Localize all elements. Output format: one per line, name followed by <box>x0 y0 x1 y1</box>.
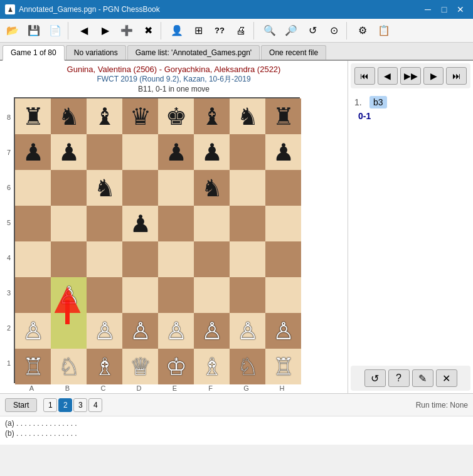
back-button[interactable]: ◀ <box>74 21 94 40</box>
square-d8[interactable]: ♛ <box>122 98 158 134</box>
print-button[interactable]: 🖨 <box>231 21 251 40</box>
square-h5[interactable] <box>265 206 301 241</box>
square-b5[interactable] <box>51 206 87 241</box>
rotate-board-button[interactable]: ↺ <box>364 369 386 387</box>
refresh-button[interactable]: ↺ <box>302 21 322 40</box>
nav-prev-button[interactable]: ◀ <box>378 67 398 85</box>
square-e1[interactable]: ♔ <box>158 349 194 384</box>
nav-last-button[interactable]: ⏭ <box>446 67 467 85</box>
square-e8[interactable]: ♚ <box>158 98 194 134</box>
square-g8[interactable]: ♞ <box>230 98 265 134</box>
square-f1[interactable]: ♗ <box>194 349 230 384</box>
settings-button[interactable]: ⚙ <box>353 21 373 40</box>
square-b1[interactable]: ♘ <box>51 349 87 384</box>
tab-game[interactable]: Game 1 of 80 <box>3 45 65 61</box>
square-f5[interactable] <box>194 206 230 241</box>
square-e3[interactable] <box>158 277 194 313</box>
square-d7[interactable] <box>122 134 158 170</box>
square-a4[interactable] <box>15 241 51 277</box>
page-1[interactable]: 1 <box>43 398 57 412</box>
square-c6[interactable]: ♞ <box>87 170 122 206</box>
minimize-button[interactable]: ─ <box>420 2 435 17</box>
extra-button[interactable]: 📋 <box>374 21 394 40</box>
square-h8[interactable]: ♜ <box>265 98 301 134</box>
player-button[interactable]: 👤 <box>167 21 187 40</box>
square-c1[interactable]: ♗ <box>87 349 122 384</box>
square-d5[interactable]: ♟ <box>122 206 158 241</box>
square-b6[interactable] <box>51 170 87 206</box>
edit-button[interactable]: ✎ <box>412 369 433 387</box>
square-a3[interactable] <box>15 277 51 313</box>
square-h1[interactable]: ♖ <box>265 349 301 384</box>
game-info-button[interactable]: ? <box>388 369 410 387</box>
square-d1[interactable]: ♕ <box>122 349 158 384</box>
square-a5[interactable] <box>15 206 51 241</box>
square-h3[interactable] <box>265 277 301 313</box>
square-h6[interactable] <box>265 170 301 206</box>
tab-gamelist[interactable]: Game list: 'Annotated_Games.pgn' <box>127 45 260 60</box>
square-f2[interactable]: ♙ <box>194 313 230 349</box>
square-a2[interactable]: ♙ <box>15 313 51 349</box>
square-d2[interactable]: ♙ <box>122 313 158 349</box>
chess-board[interactable]: ♜♞♝♛♚♝♞♜♟♟♟♟♟♞♞♟♙♙♙♙♙♙♙♙♖♘♗♕♔♗♘♖ <box>14 97 300 383</box>
search1-button[interactable]: 🔍 <box>260 21 280 40</box>
new-button[interactable]: 📄 <box>45 21 65 40</box>
delete-button[interactable]: ✖ <box>138 21 158 40</box>
square-a8[interactable]: ♜ <box>15 98 51 134</box>
page-4[interactable]: 4 <box>88 398 102 412</box>
tab-variations[interactable]: No variations <box>66 45 126 60</box>
save-button[interactable]: 💾 <box>24 21 44 40</box>
square-e4[interactable] <box>158 241 194 277</box>
start-button[interactable]: Start <box>5 398 37 412</box>
nav-fast-forward-button[interactable]: ▶▶ <box>400 67 421 85</box>
square-d6[interactable] <box>122 170 158 206</box>
page-3[interactable]: 3 <box>73 398 87 412</box>
square-h2[interactable]: ♙ <box>265 313 301 349</box>
nav-next-button[interactable]: ▶ <box>423 67 444 85</box>
square-e5[interactable] <box>158 206 194 241</box>
square-f7[interactable]: ♟ <box>194 134 230 170</box>
square-g1[interactable]: ♘ <box>230 349 265 384</box>
square-b4[interactable] <box>51 241 87 277</box>
maximize-button[interactable]: □ <box>437 2 452 17</box>
forward-button[interactable]: ▶ <box>95 21 115 40</box>
square-c3[interactable] <box>87 277 122 313</box>
square-g6[interactable] <box>230 170 265 206</box>
square-g2[interactable]: ♙ <box>230 313 265 349</box>
square-f4[interactable] <box>194 241 230 277</box>
close-game-button[interactable]: ✕ <box>436 369 457 387</box>
square-d4[interactable] <box>122 241 158 277</box>
square-e2[interactable]: ♙ <box>158 313 194 349</box>
square-g5[interactable] <box>230 206 265 241</box>
square-c4[interactable] <box>87 241 122 277</box>
square-g3[interactable] <box>230 277 265 313</box>
square-g4[interactable] <box>230 241 265 277</box>
move-san-1[interactable]: b3 <box>369 96 387 108</box>
square-d3[interactable] <box>122 277 158 313</box>
square-f8[interactable]: ♝ <box>194 98 230 134</box>
square-c7[interactable] <box>87 134 122 170</box>
nav-first-button[interactable]: ⏮ <box>354 67 375 85</box>
export-button[interactable]: ⊙ <box>324 21 344 40</box>
square-b7[interactable]: ♟ <box>51 134 87 170</box>
help-button[interactable]: ?? <box>210 21 230 40</box>
square-h7[interactable]: ♟ <box>265 134 301 170</box>
square-g7[interactable] <box>230 134 265 170</box>
square-a1[interactable]: ♖ <box>15 349 51 384</box>
board-button[interactable]: ⊞ <box>188 21 208 40</box>
square-a7[interactable]: ♟ <box>15 134 51 170</box>
square-c5[interactable] <box>87 206 122 241</box>
square-f3[interactable] <box>194 277 230 313</box>
square-h4[interactable] <box>265 241 301 277</box>
tab-recent[interactable]: One recent file <box>261 45 326 60</box>
close-button[interactable]: ✕ <box>453 2 468 17</box>
square-a6[interactable] <box>15 170 51 206</box>
square-c2[interactable]: ♙ <box>87 313 122 349</box>
square-b3[interactable]: ♙ <box>51 277 87 313</box>
square-b2[interactable] <box>51 313 87 349</box>
add-button[interactable]: ➕ <box>117 21 137 40</box>
square-f6[interactable]: ♞ <box>194 170 230 206</box>
square-c8[interactable]: ♝ <box>87 98 122 134</box>
open-button[interactable]: 📂 <box>3 21 23 40</box>
search2-button[interactable]: 🔎 <box>281 21 301 40</box>
